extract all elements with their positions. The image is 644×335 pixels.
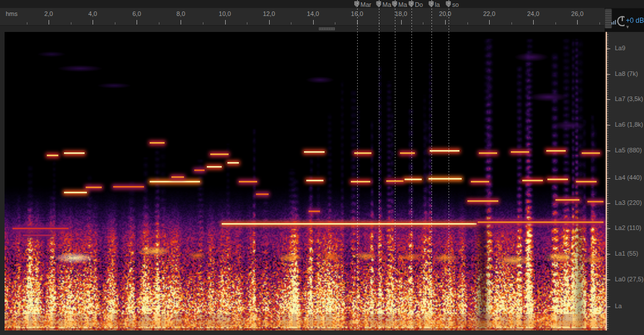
freq-tick [607, 225, 609, 226]
freq-tick-major [607, 203, 610, 204]
freq-tick [607, 96, 609, 97]
freq-tick [607, 275, 609, 275]
frequency-axis[interactable]: La9La8 (7k)La7 (3,5k)La6 (1,8k)La5 (880)… [607, 32, 644, 335]
ruler-tick [137, 20, 137, 25]
freq-tick [607, 41, 609, 41]
freq-tick-major [607, 125, 610, 126]
freq-tick [607, 116, 609, 116]
freq-label: La4 (440) [615, 174, 642, 181]
freq-tick [607, 300, 609, 301]
freq-tick [607, 201, 609, 202]
dropdown-caret-icon[interactable]: ▾ [626, 25, 629, 30]
freq-tick [607, 88, 609, 88]
freq-tick [607, 73, 609, 74]
freq-tick [607, 215, 609, 215]
marker[interactable]: so [446, 1, 459, 8]
freq-tick [607, 212, 609, 213]
ruler-tick [115, 22, 115, 25]
freq-tick [607, 187, 609, 187]
freq-tick [607, 268, 609, 269]
freq-tick [607, 114, 609, 114]
marker-guide-line [431, 0, 432, 330]
ruler-tick [489, 20, 490, 25]
spectral-editor: MarMaMaDolaso hms 2,04,06,08,010,012,014… [0, 0, 644, 335]
freq-tick [607, 110, 609, 110]
freq-tick [607, 189, 609, 189]
ruler-tick-label: 14,0 [307, 10, 319, 17]
ruler-tick-label: 6,0 [133, 10, 141, 17]
freq-tick [607, 317, 609, 318]
freq-tick [607, 47, 609, 48]
spectrogram-canvas[interactable] [5, 32, 607, 330]
freq-tick [607, 197, 609, 198]
marker-label: la [435, 1, 440, 8]
ruler-tick [71, 22, 71, 25]
freq-tick [607, 266, 609, 267]
volume-bars-icon [611, 16, 617, 25]
freq-tick [607, 309, 609, 309]
freq-tick [607, 120, 609, 120]
freq-tick [607, 148, 609, 148]
freq-label: La [615, 302, 622, 309]
freq-tick [607, 131, 609, 131]
freq-tick-major [607, 74, 610, 75]
freq-tick [607, 195, 609, 196]
freq-tick [607, 217, 609, 217]
freq-tick [607, 152, 609, 153]
freq-tick-major [607, 99, 610, 100]
freq-tick [607, 249, 609, 249]
freq-tick [607, 139, 609, 140]
marker[interactable]: Ma [376, 1, 391, 8]
playhead[interactable] [606, 32, 607, 330]
freq-tick [607, 294, 609, 294]
freq-tick [607, 243, 609, 243]
freq-tick [607, 101, 609, 102]
freq-tick [607, 292, 609, 292]
ruler-tick [445, 20, 446, 25]
freq-tick [607, 206, 609, 207]
marker-label: Ma [382, 1, 391, 8]
freq-tick [607, 146, 609, 147]
ruler-tick-label: 20,0 [439, 10, 451, 17]
ruler-tick [401, 20, 402, 25]
freq-tick [607, 62, 609, 63]
freq-tick [607, 184, 609, 185]
freq-tick [607, 208, 609, 209]
freq-tick [607, 165, 609, 166]
ruler-tick [577, 20, 578, 25]
freq-tick [607, 137, 609, 138]
freq-tick [607, 221, 609, 221]
freq-tick [607, 77, 609, 78]
freq-tick [607, 54, 609, 54]
ruler-tick [467, 22, 468, 25]
ruler-tick [181, 20, 181, 25]
ruler-tick-label: 10,0 [219, 10, 231, 17]
freq-tick-major [607, 280, 610, 280]
time-ruler[interactable]: hms 2,04,06,08,010,012,014,016,018,020,0… [0, 8, 605, 26]
freq-tick [607, 234, 609, 235]
freq-label: La0 (27,5) [615, 276, 643, 282]
freq-tick [607, 298, 609, 298]
freq-tick [607, 264, 609, 264]
freq-tick [607, 316, 609, 316]
marker-row[interactable]: MarMaMaDolaso [0, 0, 644, 9]
scrollbar-grip-icon[interactable] [319, 27, 335, 30]
ruler-tick [159, 22, 159, 25]
ruler-tick-label: 24,0 [527, 10, 539, 17]
knob-icon[interactable] [617, 14, 625, 27]
freq-tick [607, 86, 609, 86]
ruler-tick-label: 4,0 [89, 10, 97, 17]
freq-tick [607, 180, 609, 181]
ruler-tick [511, 22, 512, 25]
freq-tick [607, 210, 609, 211]
freq-tick [607, 71, 609, 71]
freq-tick [607, 159, 609, 159]
ruler-tick [555, 22, 556, 25]
ruler-tick [247, 22, 247, 25]
freq-tick [607, 255, 609, 256]
freq-tick [607, 232, 609, 232]
freq-label: La9 [615, 45, 625, 51]
freq-tick [607, 305, 609, 305]
ruler-tick-label: 8,0 [177, 10, 185, 17]
freq-tick [607, 142, 609, 142]
